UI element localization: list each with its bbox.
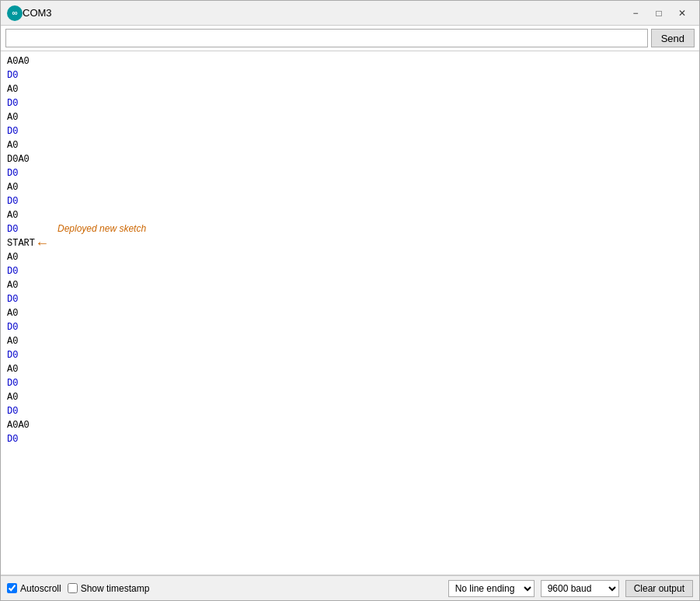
- output-line: A0: [7, 250, 693, 264]
- output-line: A0: [7, 278, 693, 292]
- output-line: A0A0: [7, 54, 693, 68]
- output-line: A0: [7, 82, 693, 96]
- output-line: D0: [7, 320, 693, 334]
- output-line: D0: [7, 68, 693, 82]
- arrow-icon: ←: [38, 236, 47, 250]
- output-line: D0: [7, 124, 693, 138]
- baud-rate-dropdown[interactable]: 300 baud1200 baud2400 baud4800 baud9600 …: [541, 580, 619, 597]
- line-ending-dropdown[interactable]: No line endingNewlineCarriage returnBoth…: [448, 580, 535, 597]
- title-bar: ∞ COM3 − □ ✕: [1, 1, 699, 26]
- show-timestamp-label[interactable]: Show timestamp: [68, 583, 150, 594]
- output-line: D0: [7, 348, 693, 362]
- toolbar: Send: [1, 26, 699, 51]
- show-timestamp-text: Show timestamp: [81, 583, 150, 594]
- output-line: START: [7, 236, 35, 250]
- status-bar: Autoscroll Show timestamp No line ending…: [1, 575, 699, 600]
- output-line: D0: [7, 376, 693, 390]
- window-title: COM3: [23, 7, 625, 19]
- output-line: D0A0: [7, 152, 693, 166]
- autoscroll-label[interactable]: Autoscroll: [7, 583, 61, 594]
- output-line: A0: [7, 390, 693, 404]
- minimize-button[interactable]: −: [625, 5, 646, 22]
- output-line: A0A0: [7, 418, 693, 432]
- autoscroll-checkbox[interactable]: [7, 583, 17, 593]
- send-button[interactable]: Send: [651, 29, 695, 47]
- output-line: A0: [7, 362, 693, 376]
- output-line: A0: [7, 110, 693, 124]
- annotation-text: Deployed new sketch: [57, 222, 146, 236]
- output-line: D0: [7, 404, 693, 418]
- serial-input[interactable]: [5, 29, 648, 47]
- output-line: A0: [7, 334, 693, 348]
- output-area: A0A0 D0 A0 D0 A0 D0 A0 D0A0 D0 A0 D0 A0 …: [1, 51, 699, 575]
- output-line: A0: [7, 208, 693, 222]
- arduino-icon: ∞: [7, 5, 23, 21]
- output-line: A0: [7, 138, 693, 152]
- output-line: D0: [7, 194, 693, 208]
- output-line: D0: [7, 166, 693, 180]
- output-line: A0: [7, 180, 693, 194]
- main-window: ∞ COM3 − □ ✕ Send A0A0 D0 A0 D0 A0 D0 A0…: [0, 0, 700, 601]
- output-line: D0: [7, 264, 693, 278]
- output-line: D0: [7, 432, 693, 446]
- output-line: D0: [7, 96, 693, 110]
- clear-output-button[interactable]: Clear output: [625, 580, 693, 597]
- maximize-button[interactable]: □: [648, 5, 670, 22]
- show-timestamp-checkbox[interactable]: [68, 583, 78, 593]
- output-line: D0: [7, 292, 693, 306]
- autoscroll-text: Autoscroll: [20, 583, 61, 594]
- close-button[interactable]: ✕: [671, 5, 693, 22]
- window-controls: − □ ✕: [625, 5, 693, 22]
- output-line: A0: [7, 306, 693, 320]
